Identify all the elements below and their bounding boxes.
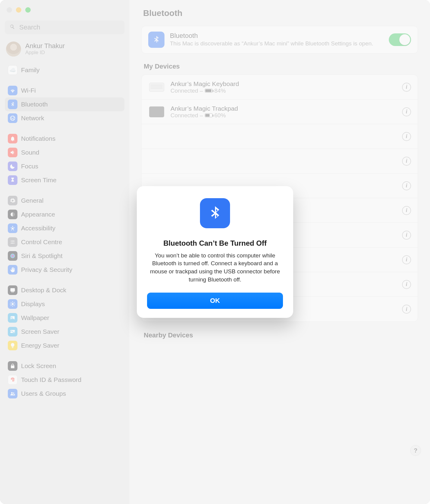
dialog-title: Bluetooth Can’t Be Turned Off — [147, 239, 283, 247]
modal-overlay: Bluetooth Can’t Be Turned Off You won’t … — [0, 0, 430, 504]
bluetooth-icon — [200, 198, 230, 228]
alert-dialog: Bluetooth Can’t Be Turned Off You won’t … — [137, 186, 293, 318]
system-settings-window: Ankur Thakur Apple ID ☁️FamilyWi-FiBluet… — [0, 0, 430, 504]
dialog-body: You won’t be able to control this comput… — [147, 252, 283, 284]
ok-button[interactable]: OK — [147, 293, 283, 309]
